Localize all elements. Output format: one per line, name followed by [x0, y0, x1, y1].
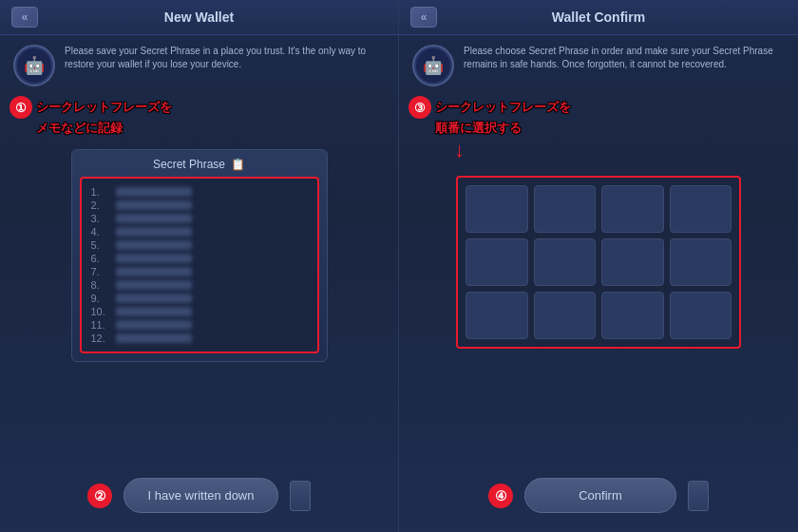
secret-phrase-container: Secret Phrase 📋 1. 2. 3. 4. 5. 6. 7. 8. …	[71, 149, 328, 362]
phrase-item-4: 4.	[91, 226, 308, 238]
annotation-text-3a: シークレットフレーズを	[435, 98, 571, 117]
word-cell-7[interactable]	[601, 238, 664, 286]
copy-icon[interactable]: 📋	[231, 158, 245, 171]
word-cell-11[interactable]	[601, 292, 664, 339]
secret-phrase-title: Secret Phrase	[153, 158, 225, 171]
left-side-btn	[290, 481, 311, 511]
word-cell-3[interactable]	[601, 185, 664, 233]
avatar-icon: 🤖	[17, 48, 51, 83]
word-grid-container	[456, 176, 741, 349]
word-cell-5[interactable]	[466, 238, 528, 286]
annotation-circle-1: ①	[10, 96, 32, 119]
confirm-button[interactable]: Confirm	[524, 478, 676, 513]
word-cell-8[interactable]	[670, 238, 732, 286]
word-cell-10[interactable]	[534, 292, 597, 339]
left-header: « New Wallet	[0, 0, 398, 35]
left-back-button[interactable]: «	[11, 7, 38, 28]
left-description: Please save your Secret Phrase in a plac…	[65, 45, 385, 71]
right-avatar-icon: 🤖	[416, 48, 450, 83]
right-description: Please choose Secret Phrase in order and…	[464, 45, 785, 71]
left-panel-title: New Wallet	[164, 10, 234, 25]
phrase-item-5: 5.	[91, 239, 308, 251]
word-cell-4[interactable]	[670, 185, 732, 233]
right-avatar-row: 🤖 Please choose Secret Phrase in order a…	[399, 35, 798, 96]
avatar: 🤖	[13, 45, 55, 86]
phrase-item-8: 8.	[91, 279, 308, 291]
phrase-item-3: 3.	[91, 213, 308, 224]
annotation-text-3b: 順番に選択する	[435, 121, 522, 135]
right-side-btn	[688, 481, 709, 511]
right-annotation: ③ シークレットフレーズを 順番に選択する ↓	[399, 96, 798, 161]
left-bottom-area: ② I have written down	[0, 478, 398, 513]
right-avatar: 🤖	[412, 45, 454, 86]
word-cell-6[interactable]	[534, 238, 597, 286]
word-cell-12[interactable]	[670, 292, 732, 339]
annotation-text-1b: メモなどに記録	[36, 121, 123, 135]
phrase-item-2: 2.	[91, 200, 308, 211]
phrase-list: 1. 2. 3. 4. 5. 6. 7. 8. 9. 10. 11. 12.	[91, 186, 308, 344]
right-main-content	[399, 164, 798, 533]
word-cell-2[interactable]	[534, 185, 597, 233]
right-panel: « Wallet Confirm 🤖 Please choose Secret …	[399, 0, 798, 532]
annotation-text-1a: シークレットフレーズを	[36, 98, 172, 117]
right-header: « Wallet Confirm	[399, 0, 798, 35]
word-cell-9[interactable]	[466, 292, 528, 339]
left-annotation: ① シークレットフレーズを メモなどに記録	[0, 96, 398, 138]
bottom-circle-2: ②	[87, 484, 112, 508]
phrase-list-box: 1. 2. 3. 4. 5. 6. 7. 8. 9. 10. 11. 12.	[80, 177, 319, 353]
written-down-button[interactable]: I have written down	[124, 478, 277, 513]
left-main-content: Secret Phrase 📋 1. 2. 3. 4. 5. 6. 7. 8. …	[0, 142, 398, 533]
phrase-item-10: 10.	[91, 306, 308, 317]
phrase-item-7: 7.	[91, 266, 308, 277]
word-cell-1[interactable]	[466, 185, 528, 233]
annotation-circle-3: ③	[408, 96, 431, 119]
phrase-item-1: 1.	[91, 186, 308, 198]
phrase-item-6: 6.	[91, 253, 308, 264]
left-avatar-row: 🤖 Please save your Secret Phrase in a pl…	[0, 35, 398, 96]
word-grid	[466, 185, 732, 339]
left-panel: « New Wallet 🤖 Please save your Secret P…	[0, 0, 399, 532]
phrase-item-11: 11.	[91, 319, 308, 331]
bottom-circle-4: ④	[488, 484, 513, 508]
right-bottom-area: ④ Confirm	[399, 478, 798, 513]
right-back-button[interactable]: «	[410, 7, 437, 28]
arrow-down-icon: ↓	[435, 140, 465, 161]
phrase-item-12: 12.	[91, 332, 308, 344]
right-panel-title: Wallet Confirm	[552, 10, 645, 25]
secret-phrase-header: Secret Phrase 📋	[80, 158, 319, 171]
phrase-item-9: 9.	[91, 293, 308, 304]
